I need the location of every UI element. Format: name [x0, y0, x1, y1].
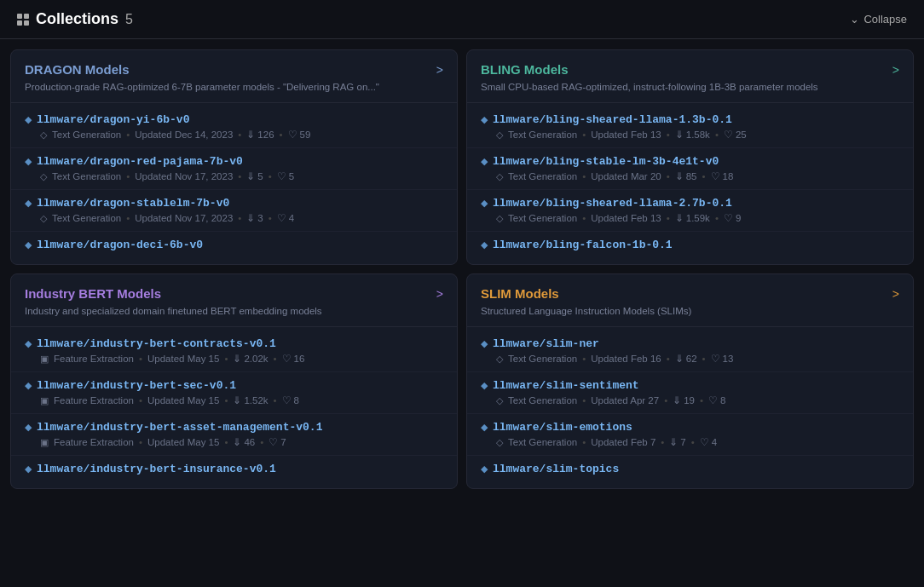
like-stat: ♡ 9 [724, 212, 741, 224]
download-stat: ⇓ 62 [675, 353, 697, 365]
model-meta: ◇ Text Generation • Updated Feb 13 • ⇓ 1… [481, 129, 899, 141]
model-item[interactable]: ◆ llmware/slim-sentiment ◇ Text Generati… [467, 372, 913, 414]
download-icon: ⇓ [675, 170, 684, 182]
type-icon: ◇ [496, 437, 503, 448]
model-item[interactable]: ◆ llmware/slim-topics [467, 456, 913, 485]
like-count: 7 [280, 437, 286, 447]
heart-icon: ♡ [711, 353, 720, 365]
model-name-row: ◆ llmware/dragon-deci-6b-v0 [25, 239, 443, 251]
collections-grid: DRAGON Models > Production-grade RAG-opt… [0, 39, 924, 499]
chevron-right-icon[interactable]: > [892, 287, 899, 301]
heart-icon: ♡ [724, 129, 733, 141]
model-name-row: ◆ llmware/industry-bert-sec-v0.1 [25, 379, 443, 392]
download-stat: ⇓ 5 [246, 170, 263, 182]
like-stat: ♡ 7 [269, 436, 286, 448]
model-item[interactable]: ◆ llmware/dragon-red-pajama-7b-v0 ◇ Text… [11, 148, 457, 190]
card-subtitle: Small CPU-based RAG-optimized, instruct-… [481, 80, 899, 94]
download-count: 1.59k [686, 213, 710, 223]
model-meta: ◇ Text Generation • Updated Nov 17, 2023… [25, 170, 443, 182]
model-hf-icon: ◆ [25, 463, 32, 475]
model-item[interactable]: ◆ llmware/industry-bert-sec-v0.1 ▣ Featu… [11, 372, 457, 414]
card-title: BLING Models [481, 62, 569, 77]
model-item[interactable]: ◆ llmware/bling-falcon-1b-0.1 [467, 232, 913, 261]
model-item[interactable]: ◆ llmware/dragon-deci-6b-v0 [11, 232, 457, 261]
like-stat: ♡ 13 [711, 353, 734, 365]
model-name: llmware/dragon-stablelm-7b-v0 [37, 197, 229, 210]
heart-icon: ♡ [700, 436, 709, 448]
model-updated: Updated Feb 7 [591, 437, 655, 447]
like-stat: ♡ 16 [282, 353, 305, 365]
like-count: 13 [723, 354, 734, 364]
model-type: Text Generation [52, 213, 121, 223]
download-icon: ⇓ [246, 170, 255, 182]
download-icon: ⇓ [675, 129, 684, 141]
model-name: llmware/dragon-yi-6b-v0 [37, 113, 189, 126]
model-item[interactable]: ◆ llmware/slim-ner ◇ Text Generation • U… [467, 331, 913, 372]
header-left: Collections 5 [17, 10, 133, 28]
chevron-right-icon[interactable]: > [436, 287, 443, 301]
model-name: llmware/slim-sentiment [493, 379, 639, 392]
collapse-button[interactable]: ⌄ Collapse [850, 13, 907, 26]
model-item[interactable]: ◆ llmware/bling-sheared-llama-1.3b-0.1 ◇… [467, 106, 913, 148]
collection-card-industry: Industry BERT Models > Industry and spec… [10, 273, 458, 489]
model-item[interactable]: ◆ llmware/industry-bert-asset-management… [11, 414, 457, 456]
model-item[interactable]: ◆ llmware/bling-sheared-llama-2.7b-0.1 ◇… [467, 190, 913, 232]
model-name-row: ◆ llmware/slim-topics [481, 463, 899, 475]
model-updated: Updated Nov 17, 2023 [135, 171, 233, 181]
type-icon: ◇ [496, 129, 503, 141]
like-count: 18 [723, 171, 734, 181]
model-name-row: ◆ llmware/industry-bert-asset-management… [25, 421, 443, 434]
model-updated: Updated May 15 [147, 354, 219, 364]
model-item[interactable]: ◆ llmware/dragon-yi-6b-v0 ◇ Text Generat… [11, 106, 457, 148]
download-stat: ⇓ 126 [246, 129, 274, 141]
download-count: 85 [686, 171, 697, 181]
model-hf-icon: ◆ [481, 198, 488, 209]
model-updated: Updated May 15 [147, 437, 219, 447]
model-name: llmware/industry-bert-asset-management-v… [37, 421, 322, 434]
model-name-row: ◆ llmware/bling-sheared-llama-1.3b-0.1 [481, 113, 899, 126]
like-stat: ♡ 4 [700, 436, 717, 448]
model-name: llmware/industry-bert-sec-v0.1 [37, 379, 236, 392]
download-icon: ⇓ [233, 436, 241, 448]
model-updated: Updated May 15 [147, 395, 219, 406]
heart-icon: ♡ [277, 212, 286, 224]
model-updated: Updated Nov 17, 2023 [135, 213, 233, 223]
heart-icon: ♡ [282, 353, 292, 365]
model-list: ◆ llmware/industry-bert-contracts-v0.1 ▣… [11, 327, 457, 488]
model-item[interactable]: ◆ llmware/bling-stable-lm-3b-4e1t-v0 ◇ T… [467, 148, 913, 190]
model-item[interactable]: ◆ llmware/dragon-stablelm-7b-v0 ◇ Text G… [11, 190, 457, 232]
like-stat: ♡ 25 [724, 129, 747, 141]
card-header-row: DRAGON Models > [25, 62, 443, 77]
model-hf-icon: ◆ [481, 463, 488, 475]
page-title: Collections [36, 10, 118, 28]
like-stat: ♡ 5 [277, 170, 294, 182]
type-icon: ▣ [40, 437, 49, 448]
model-name: llmware/bling-sheared-llama-1.3b-0.1 [493, 113, 732, 126]
model-hf-icon: ◆ [25, 156, 32, 167]
download-stat: ⇓ 1.59k [675, 212, 710, 224]
model-name-row: ◆ llmware/slim-ner [481, 337, 899, 350]
model-item[interactable]: ◆ llmware/industry-bert-insurance-v0.1 [11, 456, 457, 485]
model-name-row: ◆ llmware/dragon-yi-6b-v0 [25, 113, 443, 126]
download-count: 46 [244, 437, 255, 447]
model-type: Text Generation [508, 129, 577, 140]
model-updated: Updated Feb 13 [591, 213, 661, 223]
model-name: llmware/bling-stable-lm-3b-4e1t-v0 [493, 155, 719, 168]
chevron-right-icon[interactable]: > [892, 63, 899, 77]
card-subtitle: Structured Language Instruction Models (… [481, 304, 899, 318]
model-item[interactable]: ◆ llmware/industry-bert-contracts-v0.1 ▣… [11, 331, 457, 372]
chevron-right-icon[interactable]: > [436, 63, 443, 77]
model-item[interactable]: ◆ llmware/slim-emotions ◇ Text Generatio… [467, 414, 913, 456]
heart-icon: ♡ [269, 436, 278, 448]
download-count: 126 [257, 129, 274, 140]
model-meta: ◇ Text Generation • Updated Feb 16 • ⇓ 6… [481, 353, 899, 365]
like-count: 59 [300, 129, 311, 140]
model-type: Text Generation [52, 129, 121, 140]
grid-icon [17, 14, 29, 26]
model-type: Text Generation [52, 171, 121, 181]
model-meta: ◇ Text Generation • Updated Apr 27 • ⇓ 1… [481, 394, 899, 406]
model-name-row: ◆ llmware/bling-stable-lm-3b-4e1t-v0 [481, 155, 899, 168]
model-name: llmware/slim-ner [493, 337, 599, 350]
model-meta: ▣ Feature Extraction • Updated May 15 • … [25, 394, 443, 406]
type-icon: ▣ [40, 354, 49, 365]
